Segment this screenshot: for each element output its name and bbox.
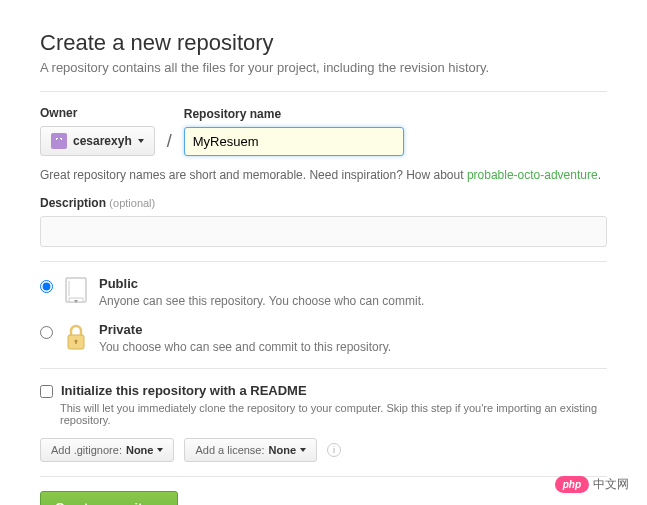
public-desc: Anyone can see this repository. You choo… <box>99 294 424 308</box>
description-input[interactable] <box>40 216 607 247</box>
suggestion-link[interactable]: probable-octo-adventure <box>467 168 598 182</box>
info-icon[interactable]: i <box>327 443 341 457</box>
repo-name-label: Repository name <box>184 107 404 121</box>
watermark-text: 中文网 <box>593 476 629 493</box>
readme-label: Initialize this repository with a README <box>61 383 307 398</box>
watermark-pill: php <box>555 476 589 493</box>
readme-hint: This will let you immediately clone the … <box>60 402 607 426</box>
private-desc: You choose who can see and commit to thi… <box>99 340 391 354</box>
owner-avatar-icon <box>51 133 67 149</box>
gitignore-select-button[interactable]: Add .gitignore: None <box>40 438 174 462</box>
chevron-down-icon <box>300 448 306 452</box>
watermark: php 中文网 <box>555 476 629 493</box>
license-select-button[interactable]: Add a license: None <box>184 438 317 462</box>
chevron-down-icon <box>157 448 163 452</box>
divider <box>40 476 607 477</box>
repo-name-hint: Great repository names are short and mem… <box>40 168 607 182</box>
readme-checkbox[interactable] <box>40 385 53 398</box>
page-title: Create a new repository <box>40 30 607 56</box>
repo-public-icon <box>63 276 89 306</box>
divider <box>40 91 607 92</box>
divider <box>40 368 607 369</box>
private-radio[interactable] <box>40 326 53 339</box>
owner-repo-separator: / <box>165 131 174 156</box>
svg-rect-5 <box>75 341 76 344</box>
private-title: Private <box>99 322 391 337</box>
owner-label: Owner <box>40 106 155 120</box>
owner-username: cesarexyh <box>73 134 132 148</box>
public-title: Public <box>99 276 424 291</box>
owner-select-button[interactable]: cesarexyh <box>40 126 155 156</box>
page-subtitle: A repository contains all the files for … <box>40 60 607 75</box>
divider <box>40 261 607 262</box>
repo-name-input[interactable] <box>184 127 404 156</box>
public-radio[interactable] <box>40 280 53 293</box>
description-label: Description (optional) <box>40 196 607 210</box>
create-repository-button[interactable]: Create repository <box>40 491 178 505</box>
chevron-down-icon <box>138 139 144 143</box>
lock-icon <box>63 322 89 352</box>
